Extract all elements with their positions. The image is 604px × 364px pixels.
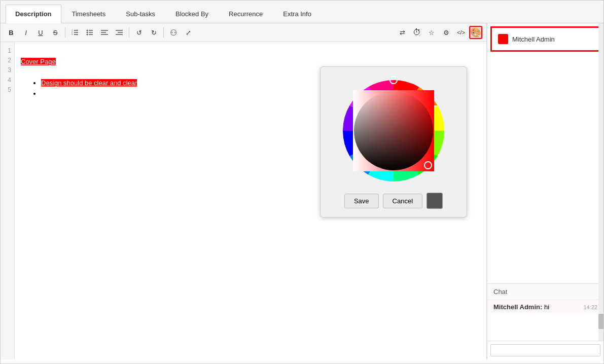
chat-message-item: Mitchell Admin: hi 14:22	[487, 300, 603, 314]
color-picker-save-button[interactable]: Save	[344, 194, 379, 208]
clock-button[interactable]: ⏱	[410, 26, 423, 39]
chat-sender: Mitchell Admin:	[493, 303, 542, 311]
star-button[interactable]: ☆	[425, 26, 438, 39]
color-picker-actions: Save Cancel	[344, 193, 443, 209]
tab-timesheets[interactable]: Timesheets	[62, 5, 116, 23]
editor-toolbar: B I U S 123 ↺ ↻	[1, 23, 486, 42]
chat-input-area	[487, 341, 603, 359]
right-sidebar: Mitchell Admin Chat Mitchell Admin: hi 1…	[487, 23, 603, 359]
toolbar-separator-2	[129, 27, 129, 38]
chat-messages: Mitchell Admin: hi 14:22	[487, 300, 603, 341]
color-picker-cancel-button[interactable]: Cancel	[383, 194, 422, 208]
svg-rect-21	[354, 91, 433, 170]
toolbar-separator-3	[163, 27, 164, 38]
sidebar-empty-space	[487, 55, 603, 283]
strikethrough-button[interactable]: S	[49, 26, 62, 39]
undo-button[interactable]: ↺	[132, 26, 146, 39]
chat-header: Chat	[487, 284, 603, 300]
unordered-list-button[interactable]	[83, 26, 96, 39]
cover-page-text: Cover Page	[21, 58, 56, 65]
toolbar-separator-1	[65, 27, 65, 38]
chat-input[interactable]	[490, 344, 600, 356]
ordered-list-button[interactable]: 123	[68, 26, 82, 39]
color-picker-swatch	[427, 193, 443, 209]
bold-button[interactable]: B	[5, 26, 18, 39]
settings-button[interactable]: ⚙	[440, 26, 453, 39]
design-text: Design should be clear and clear	[41, 79, 137, 87]
color-wheel-svg[interactable]	[338, 75, 449, 187]
svg-point-10	[87, 32, 88, 33]
sidebar-scrollbar[interactable]	[598, 23, 603, 329]
user-color-dot	[498, 34, 508, 44]
user-panel: Mitchell Admin	[490, 26, 600, 52]
color-picker-button[interactable]: 🎨	[469, 26, 482, 39]
underline-button[interactable]: U	[34, 26, 47, 39]
editor-line-2: Cover Page	[21, 57, 480, 67]
editor-line-1	[21, 46, 480, 57]
align-left-button[interactable]	[98, 26, 111, 39]
tab-bar: Description Timesheets Sub-tasks Blocked…	[1, 1, 603, 23]
chat-time: 14:22	[583, 304, 597, 310]
tab-recurrence[interactable]: Recurrence	[219, 5, 272, 23]
tab-blockedby[interactable]: Blocked By	[166, 5, 218, 23]
tab-description[interactable]: Description	[6, 5, 61, 23]
italic-button[interactable]: I	[19, 26, 32, 39]
color-picker-popup: Save Cancel	[320, 66, 467, 217]
exchange-button[interactable]: ⇄	[396, 26, 409, 39]
tab-extrainfo[interactable]: Extra Info	[273, 5, 321, 23]
sidebar-scrollbar-thumb[interactable]	[598, 314, 603, 329]
align-right-button[interactable]	[113, 26, 126, 39]
redo-button[interactable]: ↻	[147, 26, 160, 39]
code-button[interactable]: </>	[454, 26, 468, 39]
tab-subtasks[interactable]: Sub-tasks	[116, 5, 165, 23]
fullscreen-button[interactable]: ⤢	[182, 26, 195, 39]
user-name-label: Mitchell Admin	[512, 35, 555, 43]
chat-section: Chat Mitchell Admin: hi 14:22	[487, 283, 603, 359]
link-button[interactable]: ⚇	[167, 26, 180, 39]
svg-point-11	[87, 34, 88, 35]
svg-point-9	[87, 30, 88, 31]
svg-text:3: 3	[72, 33, 73, 35]
color-wheel-container[interactable]	[338, 75, 449, 187]
line-numbers: 1 2 3 4 5	[1, 42, 15, 359]
chat-text: hi	[544, 303, 549, 311]
